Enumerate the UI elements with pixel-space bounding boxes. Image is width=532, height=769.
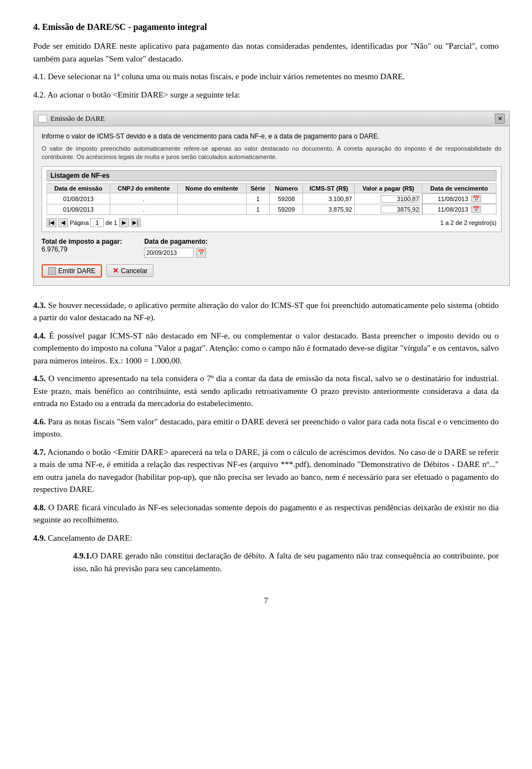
page-number: 7	[33, 597, 499, 606]
dialog-title-icon	[38, 115, 47, 122]
col-serie: Série	[246, 184, 270, 193]
item-4-4-text: É possível pagar ICMS-ST não destacado e…	[33, 331, 499, 365]
intro-paragraph: Pode ser emitido DARE neste aplicativo p…	[33, 40, 499, 65]
total-label: Total de imposto a pagar:	[42, 238, 122, 245]
cell-numero-1: 59208	[270, 193, 303, 204]
item-4-1-text: Deve selecionar na 1ª coluna uma ou mais…	[48, 72, 405, 81]
item-4-6-text: Para as notas fiscais "Sem valor" destac…	[33, 417, 499, 439]
total-value: 6.976,79	[42, 245, 122, 253]
emitir-dare-icon	[48, 267, 56, 275]
item-4-2: 4.2. Ao acionar o botão <Emitir DARE> su…	[33, 89, 499, 101]
dialog-close-button[interactable]: ✕	[495, 114, 505, 124]
item-4-7-id: 4.7.	[33, 448, 46, 457]
item-4-5-text: O vencimento apresentado na tela conside…	[33, 374, 499, 408]
item-4-6-id: 4.6.	[33, 417, 46, 426]
listagem-title: Listagem de NF-es	[47, 170, 497, 181]
item-4-1-id: 4.1	[33, 72, 44, 81]
col-nome: Nome do emitente	[177, 184, 246, 193]
cancel-x-icon: ✕	[112, 266, 119, 275]
listagem-nf-box: Listagem de NF-es Data de emissão CNPJ d…	[42, 166, 502, 232]
first-page-button[interactable]: |◀	[47, 218, 57, 227]
dialog-body: Informe o valor de ICMS-ST devido e a da…	[34, 126, 509, 285]
item-4-9-label: Cancelamento de DARE:	[48, 534, 132, 542]
cell-icms-st-2: 3.875,92	[303, 204, 355, 214]
page-label: Página	[70, 219, 89, 226]
item-4-5: 4.5. O vencimento apresentado na tela co…	[33, 372, 499, 410]
item-4-8: 4.8. O DARE ficará vinculado às NF-es se…	[33, 501, 499, 526]
cell-icms-st-1: 3.100,87	[303, 193, 355, 204]
cell-cnpj-2: .	[110, 204, 177, 214]
item-4-1: 4.1. Deve selecionar na 1ª coluna uma ou…	[33, 70, 499, 83]
record-count: 1 a 2 de 2 registro(s)	[441, 219, 497, 226]
date-input-row: 📅	[144, 248, 208, 258]
col-icms-st: ICMS-ST (R$)	[303, 184, 355, 193]
cell-nome-1	[177, 193, 246, 204]
cell-valor-pagar-2[interactable]	[355, 204, 422, 214]
dialog-footer: Total de imposto a pagar: 6.976,79 Data …	[42, 238, 502, 278]
pagination-left: |◀ ◀ Página de 1 ▶ ▶|	[47, 218, 141, 227]
item-4-6: 4.6. Para as notas fiscais "Sem valor" d…	[33, 416, 499, 440]
total-block: Total de imposto a pagar: 6.976,79	[42, 238, 122, 253]
date-label: Data de pagamento:	[144, 238, 208, 245]
col-data-venc: Data de vencimento	[422, 184, 497, 193]
next-page-button[interactable]: ▶	[119, 218, 129, 227]
item-4-8-id: 4.8.	[33, 503, 46, 512]
dialog-info-line2: O valor de imposto preenchido automatica…	[42, 145, 502, 161]
item-4-9-1: 4.9.1.O DARE gerado não constitui declar…	[73, 550, 499, 575]
item-4-7: 4.7. Acionando o botão <Emitir DARE> apa…	[33, 446, 499, 496]
prev-page-button[interactable]: ◀	[58, 218, 68, 227]
emitir-dare-label: Emitir DARE	[58, 267, 95, 275]
cell-valor-pagar-1[interactable]	[355, 193, 422, 204]
dialog-info-line1: Informe o valor de ICMS-ST devido e a da…	[42, 132, 502, 141]
dialog-titlebar: Emissão de DARE ✕	[34, 111, 509, 126]
item-4-8-text: O DARE ficará vinculado às NF-es selecio…	[33, 503, 499, 525]
dialog-title-area: Emissão de DARE	[38, 114, 105, 123]
cell-serie-1: 1	[246, 193, 270, 204]
pagination-row: |◀ ◀ Página de 1 ▶ ▶| 1 a 2 de 2 registr…	[47, 218, 497, 227]
item-4-4-id: 4.4.	[33, 331, 46, 340]
emissao-dare-dialog: Emissão de DARE ✕ Informe o valor de ICM…	[33, 111, 510, 286]
item-4-3-id: 4.3.	[33, 301, 46, 310]
table-row: 01/08/2013 . 1 59208 3.100,87 11/08/2013…	[47, 193, 497, 204]
item-4-2-text: Ao acionar o botão <Emitir DARE> surge a…	[47, 90, 240, 99]
cell-data-emissao-1: 01/08/2013	[47, 193, 110, 204]
cancelar-button[interactable]: ✕ Cancelar	[106, 264, 154, 277]
item-4-3-text: Se houver necessidade, o aplicativo perm…	[33, 301, 499, 322]
cancelar-label: Cancelar	[121, 267, 147, 275]
action-buttons: Emitir DARE ✕ Cancelar	[42, 264, 502, 278]
cell-data-venc-1: 11/08/2013 📅	[422, 193, 496, 204]
cell-data-emissao-2: 01/08/2013	[47, 204, 110, 214]
item-4-7-text: Acionando o botão <Emitir DARE> aparecer…	[33, 448, 499, 494]
item-4-9-1-text: O DARE gerado não constitui declaração d…	[73, 551, 499, 573]
cell-numero-2: 59209	[270, 204, 303, 214]
dialog-title-text: Emissão de DARE	[50, 114, 105, 123]
item-4-9: 4.9. Cancelamento de DARE:	[33, 532, 499, 545]
col-valor-pagar: Valor a pagar (R$)	[355, 184, 422, 193]
table-row: 01/08/2013 . 1 59209 3.875,92 11/08/2013…	[47, 204, 497, 214]
of-label: de 1	[105, 219, 117, 226]
emitir-dare-button[interactable]: Emitir DARE	[42, 264, 102, 278]
item-4-3: 4.3. Se houver necessidade, o aplicativo…	[33, 299, 499, 324]
cell-serie-2: 1	[246, 204, 270, 214]
item-4-9-1-id: 4.9.1.	[73, 551, 92, 560]
cell-data-venc-2: 11/08/2013 📅	[422, 204, 496, 214]
cal-icon-row2[interactable]: 📅	[471, 206, 481, 213]
calendar-button[interactable]: 📅	[196, 248, 206, 258]
item-4-5-id: 4.5.	[33, 374, 46, 383]
calendar-icon: 📅	[198, 249, 204, 255]
item-4-9-id: 4.9.	[33, 534, 46, 542]
last-page-button[interactable]: ▶|	[131, 218, 141, 227]
page-input[interactable]	[90, 218, 104, 227]
col-numero: Número	[270, 184, 303, 193]
cal-icon-row1[interactable]: 📅	[471, 195, 481, 202]
section-heading: 4. Emissão de DARE/SC - pagamento integr…	[33, 22, 499, 32]
nf-table: Data de emissão CNPJ do emitente Nome do…	[47, 183, 497, 215]
cell-cnpj-1: .	[110, 193, 177, 204]
item-4-2-id: 4.2	[33, 90, 44, 99]
item-4-4: 4.4. É possível pagar ICMS-ST não destac…	[33, 330, 499, 367]
col-data-emissao: Data de emissão	[47, 184, 110, 193]
total-section: Total de imposto a pagar: 6.976,79 Data …	[42, 238, 502, 258]
col-cnpj: CNPJ do emitente	[110, 184, 177, 193]
cell-nome-2	[177, 204, 246, 214]
date-payment-input[interactable]	[144, 248, 194, 258]
